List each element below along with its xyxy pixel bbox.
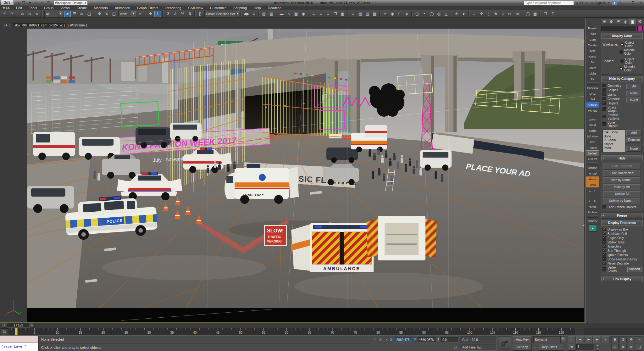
set-keys-button[interactable] — [498, 336, 511, 349]
menu-help[interactable]: Help — [250, 6, 264, 10]
snaps-toggle-3d-icon[interactable]: 3 — [165, 11, 171, 17]
select-object-icon[interactable]: ➤ — [64, 11, 71, 17]
menu-customize[interactable]: Customize — [207, 6, 230, 10]
strip-tab-schmv[interactable]: SchmV — [586, 218, 599, 224]
molecules-shelf-icon[interactable]: ✣ — [478, 11, 485, 17]
schematic-view-thumbnail-icon[interactable]: ▲ — [589, 225, 597, 231]
schematic-view-icon[interactable]: ◉ — [300, 11, 307, 17]
select-and-rotate-icon[interactable]: ↻ — [103, 11, 110, 17]
menu-modifiers[interactable]: Modifiers — [90, 6, 111, 10]
moon-shader-icon[interactable]: ☾ — [396, 11, 403, 17]
hide-by-hit-button[interactable]: Hide by Hit — [603, 184, 641, 190]
category-listbox[interactable]: CAT BoneBoneIK Chain ObjectPoint — [602, 130, 625, 152]
menu-deadline[interactable]: Deadline — [264, 6, 285, 10]
help-icon[interactable]: ? — [619, 0, 621, 5]
strip-tab-xref[interactable]: Xref — [586, 139, 599, 145]
menu-views[interactable]: Views — [57, 6, 73, 10]
strip-tab-time[interactable]: Time — [586, 182, 599, 187]
checkbox-lights[interactable] — [602, 92, 606, 96]
strip-tab-cam[interactable]: Cam — [586, 37, 599, 42]
strip-tab-wflow[interactable]: WFlow — [586, 108, 599, 113]
remove-category-button[interactable]: Remove — [626, 137, 641, 143]
menu-scripting[interactable]: Scripting — [230, 6, 250, 10]
hairfarm-shelf-icon[interactable]: HF — [507, 11, 514, 17]
zoom-icon[interactable]: ⊕ — [611, 336, 619, 343]
maxscript-mini-listener[interactable]: "save Layer" — [0, 336, 39, 351]
invert-button[interactable]: Invert — [626, 98, 641, 103]
strip-tab-anim[interactable]: Anim — [586, 65, 599, 70]
strip-tab-layer[interactable]: Layer — [586, 117, 599, 122]
video-camera-icon[interactable]: ◈ — [403, 11, 410, 17]
next-frame-button[interactable]: > — [30, 323, 35, 328]
zoom-all-icon[interactable]: ⊛ — [619, 336, 627, 343]
ornatrix-shelf-icon[interactable]: Ox — [514, 11, 521, 17]
checkbox-helpers[interactable] — [602, 101, 606, 105]
checkbox-hide-frozen-objects[interactable] — [602, 205, 606, 209]
panel-collapse-arrow[interactable]: ◀ — [582, 224, 585, 227]
zoom-region-icon[interactable]: ▭ — [611, 344, 619, 351]
selection-lock-icon[interactable]: ⚿ — [378, 338, 383, 342]
play-animation-icon[interactable]: ▶ — [585, 336, 592, 343]
checkbox-cameras[interactable] — [602, 97, 606, 101]
minimize-button[interactable]: — — [623, 1, 628, 5]
none-category-button[interactable]: None — [626, 146, 641, 152]
tower-shelf-icon[interactable]: ⍙ — [485, 11, 492, 17]
key-filters-button[interactable]: Key Filters... — [539, 344, 563, 351]
current-frame-field[interactable]: 1 — [576, 344, 595, 350]
display-tab-icon[interactable]: ▣ — [629, 18, 636, 25]
maxscript-listener-line[interactable]: "save Layer" — [0, 343, 38, 351]
panel-collapse-arrow[interactable]: ◀ — [582, 40, 585, 43]
search-icon[interactable]: ∞ — [576, 0, 578, 5]
viewport-menu-plus[interactable]: [ + ] — [3, 23, 10, 27]
strip-tab-sel[interactable]: Sel — [586, 97, 599, 102]
edit-named-selection-sets-icon[interactable]: {} — [197, 11, 203, 17]
camera-sequencer-icon[interactable]: ◉ — [389, 11, 396, 17]
viewport[interactable]: [ + ] [ skw_r06_sh0971_cam_1-124_vc ] [ … — [0, 18, 586, 323]
checkbox-geometry[interactable] — [602, 84, 606, 87]
reference-coordinate-system-dropdown[interactable]: View▼ — [118, 11, 136, 17]
strip-tab-project[interactable]: Project — [586, 25, 599, 31]
key-mode-toggle-icon[interactable]: ⇄ — [568, 344, 575, 351]
add-time-tag[interactable]: Add Time Tag — [460, 344, 497, 351]
strip-tab-status[interactable]: status — [586, 176, 599, 182]
viewport-canvas[interactable]: GO OUT MUSIC FESTIVAL PLACE YOUR AD HONG… — [27, 29, 584, 322]
percent-snap-icon[interactable]: % — [179, 11, 186, 17]
checkbox-bone-objects[interactable] — [602, 122, 606, 126]
strip-tab-ribbon[interactable]: Ribbon — [586, 165, 599, 170]
fluff-shelf-icon[interactable]: ❋ — [492, 11, 499, 17]
orbit-icon[interactable]: ↺ — [628, 344, 635, 351]
help-shelf-icon[interactable]: ? — [549, 11, 556, 17]
strip-tab-mtool[interactable]: MTool — [586, 171, 599, 176]
ribbon-toggle-icon[interactable]: ▬ — [278, 11, 285, 17]
strip-tab-ptools[interactable]: Ptools — [586, 145, 599, 150]
angle-snap-icon[interactable]: ∠ — [172, 11, 179, 17]
checkbox-vertex-ticks[interactable] — [602, 240, 606, 244]
list-item[interactable]: Point — [604, 146, 624, 150]
hide-unselected-button[interactable]: Hide Unselected — [603, 170, 641, 176]
menu-group[interactable]: Group — [41, 6, 57, 10]
unlink-selection-icon[interactable]: ⊘ — [26, 11, 33, 17]
favorites-star-icon[interactable]: ☆ — [585, 0, 588, 5]
y-coordinate-field[interactable]: 4566.0576 — [418, 337, 436, 343]
utilities-tab-icon[interactable]: ⚒ — [636, 18, 644, 25]
grass-shelf-icon[interactable]: ψ — [500, 11, 506, 17]
strip-tab-tools[interactable]: Tools — [586, 31, 599, 36]
z-coordinate-field[interactable]: 0.0 — [441, 337, 458, 343]
previous-frame-button[interactable]: < — [2, 323, 7, 328]
object-color-swatch[interactable] — [637, 26, 643, 31]
sphere-shelf-icon[interactable]: ◯ — [428, 11, 435, 17]
restore-button[interactable]: ❐ — [630, 1, 636, 5]
open-mini-curve-editor-button[interactable]: ⧉ — [1, 328, 8, 335]
state-sets-icon[interactable]: ▥ — [364, 11, 371, 17]
create-tab-icon[interactable]: ✳ — [601, 18, 608, 25]
close-button[interactable]: ✕ — [638, 1, 643, 5]
checkbox-backface-cull[interactable] — [602, 232, 606, 236]
key-mode-dropdown[interactable]: Selected▼ — [533, 336, 565, 343]
go-to-start-icon[interactable]: « — [568, 336, 575, 343]
particles-shelf-icon[interactable]: ∴ — [471, 11, 477, 17]
strip-tab-mat[interactable]: Mat — [586, 48, 599, 53]
viewport-shading-mode[interactable]: [ Wireframe ] — [67, 23, 88, 27]
sun-shelf-icon[interactable]: ☀ — [453, 11, 460, 17]
rendered-frame-window-icon[interactable]: ▣ — [339, 11, 346, 17]
next-frame-icon[interactable]: ▶ — [593, 336, 601, 343]
